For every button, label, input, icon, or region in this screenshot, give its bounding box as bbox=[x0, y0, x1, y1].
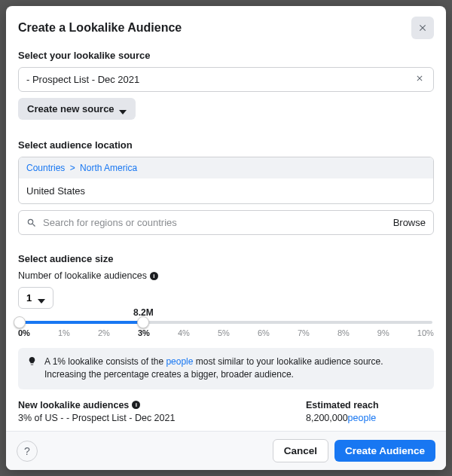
lookalike-source-input[interactable]: - Prospect List - Dec 2021 bbox=[18, 67, 434, 92]
info-tip-box: A 1% lookalike consists of the people mo… bbox=[18, 348, 434, 389]
people-link[interactable]: people bbox=[166, 356, 193, 367]
help-icon: ? bbox=[24, 445, 30, 457]
breadcrumb-countries[interactable]: Countries bbox=[26, 163, 65, 173]
slider-tick: 0% bbox=[18, 328, 30, 337]
slider-tick: 5% bbox=[218, 328, 230, 337]
slider-fill bbox=[20, 321, 143, 324]
slider-tick: 3% bbox=[138, 328, 150, 337]
slider-handle-end[interactable] bbox=[137, 316, 149, 328]
chevron-down-icon bbox=[38, 294, 45, 302]
source-section-label: Select your lookalike source bbox=[18, 50, 434, 61]
browse-locations-button[interactable]: Browse bbox=[393, 217, 426, 228]
location-box: Countries > North America United States bbox=[18, 157, 434, 204]
slider-tick: 1% bbox=[58, 328, 70, 337]
slider-tick: 2% bbox=[98, 328, 110, 337]
slider-tick: 4% bbox=[178, 328, 190, 337]
audience-count-label: Number of lookalike audiences bbox=[18, 270, 147, 281]
create-new-source-label: Create new source bbox=[27, 103, 115, 114]
estimated-reach-label: Estimated reach bbox=[306, 400, 379, 410]
clear-source-button[interactable] bbox=[414, 74, 426, 85]
estimated-reach-value: 8,200,000 bbox=[306, 413, 348, 423]
info-tip-text: A 1% lookalike consists of the people mo… bbox=[44, 355, 425, 382]
breadcrumb-region[interactable]: North America bbox=[80, 163, 137, 173]
help-button[interactable]: ? bbox=[17, 441, 38, 462]
breadcrumb-separator: > bbox=[70, 163, 75, 173]
slider-tick: 8% bbox=[337, 328, 350, 337]
slider-ticks: 0%1%2%3%4%5%6%7%8%9%10% bbox=[18, 328, 434, 337]
location-breadcrumb: Countries > North America bbox=[19, 157, 433, 178]
lookalike-source-value: - Prospect List - Dec 2021 bbox=[26, 74, 139, 85]
location-selected-value[interactable]: United States bbox=[19, 178, 433, 203]
chevron-down-icon bbox=[119, 105, 127, 113]
estimated-reach-col: Estimated reach 8,200,000people bbox=[306, 400, 434, 423]
slider-tick: 7% bbox=[298, 328, 310, 337]
audience-size-slider[interactable]: 8.2M bbox=[20, 321, 432, 324]
close-button[interactable] bbox=[411, 17, 434, 39]
slider-tick: 10% bbox=[417, 328, 434, 337]
size-section-label: Select audience size bbox=[18, 253, 434, 264]
audience-count-select[interactable]: 1 bbox=[18, 287, 53, 309]
close-icon bbox=[417, 23, 428, 33]
location-section-label: Select audience location bbox=[18, 139, 434, 151]
info-icon[interactable]: i bbox=[150, 272, 158, 280]
create-lookalike-audience-dialog: Create a Lookalike Audience Select your … bbox=[6, 6, 446, 470]
location-search-placeholder: Search for regions or countries bbox=[43, 217, 387, 228]
slider-tick: 9% bbox=[377, 328, 389, 337]
slider-track bbox=[20, 321, 432, 324]
dialog-footer: ? Cancel Create Audience bbox=[6, 431, 446, 470]
search-icon bbox=[26, 218, 37, 228]
new-audiences-col: New lookalike audiences i 3% of US - - P… bbox=[18, 400, 276, 423]
people-link[interactable]: people bbox=[348, 413, 377, 423]
location-search-input[interactable]: Search for regions or countries Browse bbox=[18, 210, 434, 235]
slider-tick: 6% bbox=[258, 328, 270, 337]
create-new-source-button[interactable]: Create new source bbox=[18, 98, 136, 120]
dialog-title: Create a Lookalike Audience bbox=[18, 21, 182, 35]
slider-handle-start[interactable] bbox=[14, 316, 26, 328]
new-audiences-value: 3% of US - - Prospect List - Dec 2021 bbox=[18, 413, 276, 423]
cancel-button[interactable]: Cancel bbox=[273, 439, 328, 462]
new-audiences-label: New lookalike audiences bbox=[18, 400, 129, 410]
lightbulb-icon bbox=[27, 356, 37, 366]
audience-count-value: 1 bbox=[26, 292, 32, 304]
info-icon[interactable]: i bbox=[132, 401, 140, 409]
close-icon bbox=[415, 74, 424, 83]
create-audience-button[interactable]: Create Audience bbox=[334, 440, 435, 462]
